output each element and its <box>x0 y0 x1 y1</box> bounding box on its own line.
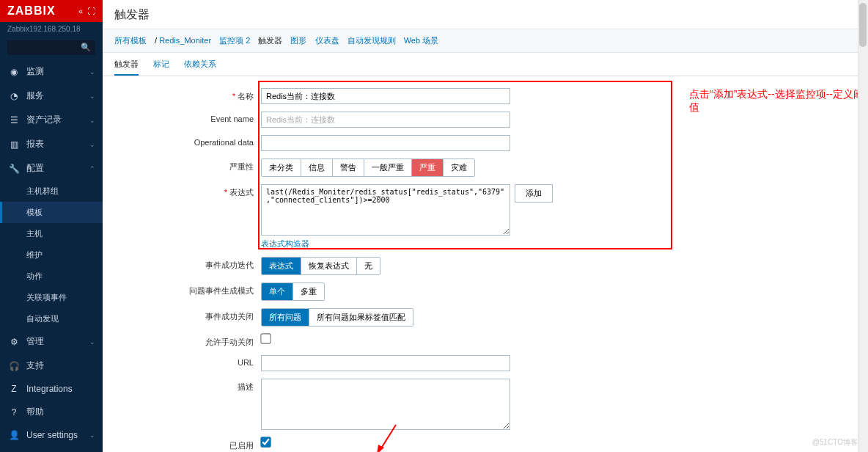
opdata-label: Operational data <box>114 135 261 147</box>
tab-trigger[interactable]: 触发器 <box>114 59 139 76</box>
pmode-multiple[interactable]: 多重 <box>293 283 324 300</box>
crumb-template[interactable]: Redis_Moniter <box>159 36 211 45</box>
sev-info[interactable]: 信息 <box>301 159 333 176</box>
search-icon[interactable]: 🔍 <box>81 43 91 52</box>
page-title: 触发器 <box>103 0 868 29</box>
expression-constructor-link[interactable]: 表达式构造器 <box>261 238 510 249</box>
chevron-down-icon: ⌄ <box>89 141 95 148</box>
question-icon: ? <box>7 407 21 418</box>
crumb-discovery[interactable]: 自动发现规则 <box>347 36 396 45</box>
annotation-text: 点击“添加”表达式--选择监控项--定义阈值 <box>689 88 868 114</box>
breadcrumb: 所有模板 / Redis_Moniter 监控项 2 触发器 图形 仪表盘 自动… <box>103 29 868 53</box>
chevron-down-icon: ⌄ <box>89 117 95 124</box>
nav-templates[interactable]: 模板 <box>0 202 103 223</box>
expression-textarea[interactable] <box>261 184 510 236</box>
nav-user[interactable]: 👤User settings⌄ <box>0 424 103 446</box>
trigger-form: 点击“添加”表达式--选择监控项--定义阈值 * 名称 Event name O… <box>103 76 868 452</box>
expression-label: 表达式 <box>229 188 254 197</box>
nav-hosts[interactable]: 主机 <box>0 223 103 244</box>
event-name-label: Event name <box>114 112 261 123</box>
crumb-items[interactable]: 监控项 2 <box>219 36 250 45</box>
nav-logout[interactable]: ⏻退出 <box>0 446 103 452</box>
url-label: URL <box>114 355 261 367</box>
sev-average[interactable]: 一般严重 <box>364 159 412 176</box>
tab-tags[interactable]: 标记 <box>153 59 169 76</box>
main-nav: ◉监测⌄ ◔服务⌄ ☰资产记录⌄ ▥报表⌄ 🔧配置⌃ 主机群组 模板 主机 维护… <box>0 59 103 452</box>
scrollbar-thumb[interactable] <box>859 3 867 47</box>
chart-icon: ▥ <box>7 139 21 150</box>
main-content: 触发器 所有模板 / Redis_Moniter 监控项 2 触发器 图形 仪表… <box>103 0 868 452</box>
gear-icon: ⚙ <box>7 337 21 347</box>
ok-gen-label: 事件成功迭代 <box>114 257 261 271</box>
sev-disaster[interactable]: 灾难 <box>444 159 474 176</box>
okgen-recovery[interactable]: 恢复表达式 <box>301 258 357 274</box>
scrollbar-track[interactable] <box>858 0 868 452</box>
nav-reports[interactable]: ▥报表⌄ <box>0 132 103 156</box>
name-input[interactable] <box>261 88 510 104</box>
nav-support[interactable]: 🎧支持 <box>0 354 103 378</box>
sidebar: ZABBIX « ⛶ Zabbix192.168.250.18 🔍 ◉监测⌄ ◔… <box>0 0 103 452</box>
enabled-checkbox[interactable] <box>260 437 271 447</box>
description-label: 描述 <box>114 379 261 393</box>
event-name-input[interactable] <box>261 112 510 128</box>
url-input[interactable] <box>261 355 510 371</box>
wrench-icon: 🔧 <box>7 164 21 174</box>
watermark: @51CTO博客 <box>812 437 858 448</box>
crumb-dashboards[interactable]: 仪表盘 <box>315 36 339 45</box>
opdata-input[interactable] <box>261 135 510 151</box>
ok-close-label: 事件成功关闭 <box>114 308 261 322</box>
nav-actions[interactable]: 动作 <box>0 266 103 287</box>
sev-unclassified[interactable]: 未分类 <box>262 159 301 176</box>
nav-maintenance[interactable]: 维护 <box>0 244 103 266</box>
nav-hostgroups[interactable]: 主机群组 <box>0 181 103 202</box>
okgen-none[interactable]: 无 <box>357 258 380 274</box>
okgen-expression[interactable]: 表达式 <box>262 258 301 274</box>
nav-correlation[interactable]: 关联项事件 <box>0 287 103 308</box>
tab-deps[interactable]: 依赖关系 <box>184 59 216 76</box>
crumb-web[interactable]: Web 场景 <box>404 36 438 45</box>
nav-help[interactable]: ?帮助 <box>0 400 103 424</box>
nav-monitoring[interactable]: ◉监测⌄ <box>0 59 103 84</box>
expand-icon[interactable]: ⛶ <box>87 7 95 15</box>
chevron-down-icon: ⌄ <box>89 68 95 76</box>
crumb-graphs[interactable]: 图形 <box>290 36 306 45</box>
description-textarea[interactable] <box>261 379 510 430</box>
expression-add-button[interactable]: 添加 <box>515 184 553 203</box>
server-address: Zabbix192.168.250.18 <box>0 22 103 36</box>
z-icon: Z <box>7 384 21 394</box>
nav-integrations[interactable]: ZIntegrations <box>0 378 103 400</box>
severity-label: 严重性 <box>114 158 261 172</box>
manual-close-checkbox[interactable] <box>260 333 271 343</box>
nav-config[interactable]: 🔧配置⌃ <box>0 156 103 181</box>
nav-services[interactable]: ◔服务⌄ <box>0 84 103 108</box>
sev-warning[interactable]: 警告 <box>333 159 364 176</box>
severity-group: 未分类 信息 警告 一般严重 严重 灾难 <box>261 158 475 177</box>
pmode-single[interactable]: 单个 <box>262 283 293 300</box>
crumb-all-templates[interactable]: 所有模板 <box>114 36 147 45</box>
nav-admin[interactable]: ⚙管理⌄ <box>0 329 103 354</box>
okclose-all[interactable]: 所有问题 <box>262 309 309 326</box>
nav-discovery[interactable]: 自动发现 <box>0 308 103 329</box>
chevron-down-icon: ⌄ <box>89 431 95 439</box>
brand-logo: ZABBIX <box>7 4 56 18</box>
collapse-icon[interactable]: « <box>78 7 83 15</box>
chevron-up-icon: ⌃ <box>89 165 95 172</box>
name-label: 名称 <box>238 92 254 101</box>
eye-icon: ◉ <box>7 67 21 77</box>
chevron-down-icon: ⌄ <box>89 338 95 346</box>
chevron-down-icon: ⌄ <box>89 92 95 100</box>
user-icon: 👤 <box>7 430 21 440</box>
enabled-label: 已启用 <box>114 437 261 451</box>
headset-icon: 🎧 <box>7 361 21 371</box>
okclose-tagmatch[interactable]: 所有问题如果标签值匹配 <box>309 309 413 326</box>
sev-high[interactable]: 严重 <box>412 159 444 176</box>
list-icon: ☰ <box>7 115 21 125</box>
tabs-bar: 触发器 标记 依赖关系 <box>103 53 868 76</box>
crumb-triggers: 触发器 <box>258 36 282 45</box>
nav-inventory[interactable]: ☰资产记录⌄ <box>0 108 103 132</box>
manual-close-label: 允许手动关闭 <box>114 334 261 348</box>
clock-icon: ◔ <box>7 91 21 101</box>
problem-mode-label: 问题事件生成模式 <box>114 282 261 296</box>
logo-area: ZABBIX « ⛶ <box>0 0 103 22</box>
